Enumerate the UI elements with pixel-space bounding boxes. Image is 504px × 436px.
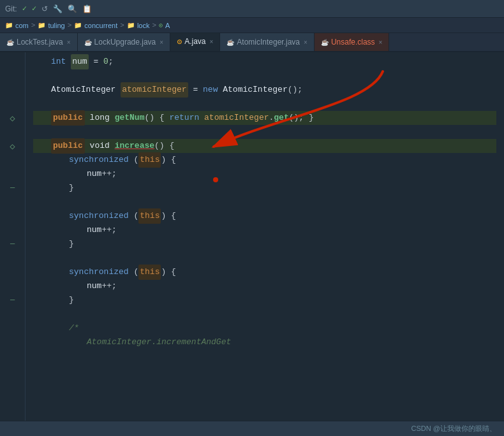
toolbar: Git: ✓ ✓ ↺ 🔧 🔍 📋 (0, 0, 504, 18)
tab-bar: ☕ LockTest.java × ☕ LockUpgrade.java × ⊙… (0, 33, 504, 52)
editor: ◇ ◇ — — — int num = (0, 52, 504, 421)
code-line-5: public long getNum () { return atomicInt… (33, 111, 496, 125)
toolbar-clipboard-icon[interactable]: 📋 (82, 4, 92, 13)
breadcrumb-sep1: > (31, 22, 36, 29)
tab-close-locktest[interactable]: × (67, 39, 71, 46)
punct-paren-8a: ( (133, 153, 138, 167)
gutter-row-12 (0, 209, 25, 223)
tab-close-atomicinteger[interactable]: × (304, 39, 308, 46)
var-num-9: num (87, 167, 101, 181)
punct-eq: = (89, 55, 103, 69)
method-getnum: getNum (115, 111, 145, 125)
toolbar-check2[interactable]: ✓ (32, 4, 36, 13)
tab-icon-ajava: ⊙ (177, 38, 182, 45)
var-num-17: num (87, 279, 101, 293)
gutter-icon-5: ◇ (10, 113, 15, 124)
punct-paren-12b: ) { (161, 209, 175, 223)
breadcrumb-sep3: > (120, 22, 124, 29)
punct-plusplus-9: ++; (101, 167, 116, 181)
var-atomicinteger: atomicInteger (121, 82, 188, 98)
gutter-row-6 (0, 125, 25, 139)
breadcrumb-sep4: > (152, 22, 156, 29)
code-line-12: synchronized ( this ) { (33, 209, 496, 223)
type-void: void (85, 139, 115, 153)
tab-label-atomicinteger: AtomicInteger.java (237, 38, 300, 47)
kw-synchronized-8: synchronized (69, 153, 133, 167)
code-line-2 (33, 69, 496, 83)
kw-this-12: this (138, 208, 161, 224)
gutter-icon-7: ◇ (10, 141, 15, 152)
comment-open: /* (69, 321, 79, 335)
tab-label-unsafeclass: Unsafe.class (331, 38, 375, 47)
breadcrumb-com[interactable]: com (15, 22, 29, 29)
gutter-row-20 (0, 321, 25, 335)
kw-int: int (51, 55, 71, 69)
tab-icon-atomicinteger: ☕ (226, 39, 234, 46)
tab-atomicinteger[interactable]: ☕ AtomicInteger.java × (220, 33, 315, 51)
comment-content: AtomicInteger.incrementAndGet (87, 335, 231, 349)
var-num-13: num (87, 223, 101, 237)
punct-get-parens: (); } (289, 111, 314, 125)
gutter-row-15 (0, 251, 25, 265)
toolbar-search-icon[interactable]: 🔍 (68, 4, 77, 13)
tab-label-lockupgrade: LockUpgrade.java (94, 38, 156, 47)
punct-dot1: . (269, 111, 274, 125)
breadcrumb-a[interactable]: A (165, 22, 170, 29)
code-area: int num = 0 ; AtomicInteger atomicIntege… (26, 52, 504, 421)
punct-plusplus-17: ++; (101, 279, 116, 293)
tab-lockupgrade[interactable]: ☕ LockUpgrade.java × (78, 33, 171, 51)
punct-paren-16a: ( (133, 265, 138, 279)
kw-return: return (169, 111, 204, 125)
gutter-row-1 (0, 55, 25, 69)
punct-parens3: (); (288, 83, 302, 97)
type-atomicinteger2: AtomicInteger (223, 83, 287, 97)
tab-icon-lockupgrade: ☕ (84, 39, 92, 46)
gutter-row-14: — (0, 237, 25, 251)
gutter-row-18: — (0, 293, 25, 307)
gutter-row-16 (0, 265, 25, 279)
tab-close-unsafeclass[interactable]: × (379, 39, 383, 46)
gutter-row-9 (0, 167, 25, 181)
breadcrumb-tuling[interactable]: tuling (48, 22, 64, 29)
punct-eq2: = (188, 83, 203, 97)
code-line-17: num ++; (33, 279, 496, 293)
status-text: CSDN @让我做你的眼睛、 (411, 424, 496, 433)
var-atomicinteger-ref: atomicInteger (204, 111, 269, 125)
tab-icon-locktest: ☕ (6, 39, 14, 46)
gutter-row-2 (0, 69, 25, 83)
code-line-6 (33, 125, 496, 139)
tab-icon-unsafeclass: ☕ (321, 39, 329, 46)
toolbar-wrench[interactable]: 🔧 (53, 4, 63, 13)
type-atomicinteger: AtomicInteger (51, 83, 121, 97)
method-increase: increase (115, 139, 154, 153)
breadcrumb-folder-icon-concurrent: 📁 (74, 22, 82, 29)
kw-public-5: public (51, 110, 85, 126)
tab-unsafeclass[interactable]: ☕ Unsafe.class × (315, 33, 390, 51)
gutter-row-4 (0, 97, 25, 111)
gutter-row-21 (0, 335, 25, 349)
code-line-1: int num = 0 ; (33, 55, 496, 69)
kw-this-8: this (138, 152, 161, 168)
gutter-row-19 (0, 307, 25, 321)
breadcrumb-concurrent[interactable]: concurrent (84, 22, 117, 29)
toolbar-undo[interactable]: ↺ (41, 4, 48, 13)
breadcrumb-lock[interactable]: lock (137, 22, 150, 29)
code-line-20: /* (33, 321, 496, 335)
tab-close-ajava[interactable]: × (209, 38, 213, 45)
tab-close-lockupgrade[interactable]: × (159, 39, 163, 46)
kw-synchronized-16: synchronized (69, 265, 133, 279)
code-line-3: AtomicInteger atomicInteger = new Atomic… (33, 83, 496, 97)
toolbar-check1[interactable]: ✓ (22, 4, 27, 13)
code-line-7: public void increase () { (33, 139, 496, 153)
punct-paren-8b: ) { (161, 153, 175, 167)
gutter-row-11 (0, 195, 25, 209)
tab-label-locktest: LockTest.java (17, 38, 63, 47)
tab-ajava[interactable]: ⊙ A.java × (170, 33, 220, 51)
gutter-row-10: — (0, 181, 25, 195)
kw-public-7: public (51, 138, 85, 154)
gutter-row-5: ◇ (0, 111, 25, 125)
tab-locktest[interactable]: ☕ LockTest.java × (0, 33, 78, 51)
code-line-18: } (33, 293, 496, 307)
kw-synchronized-12: synchronized (69, 209, 133, 223)
breadcrumb-folder-icon-lock: 📁 (127, 22, 135, 29)
